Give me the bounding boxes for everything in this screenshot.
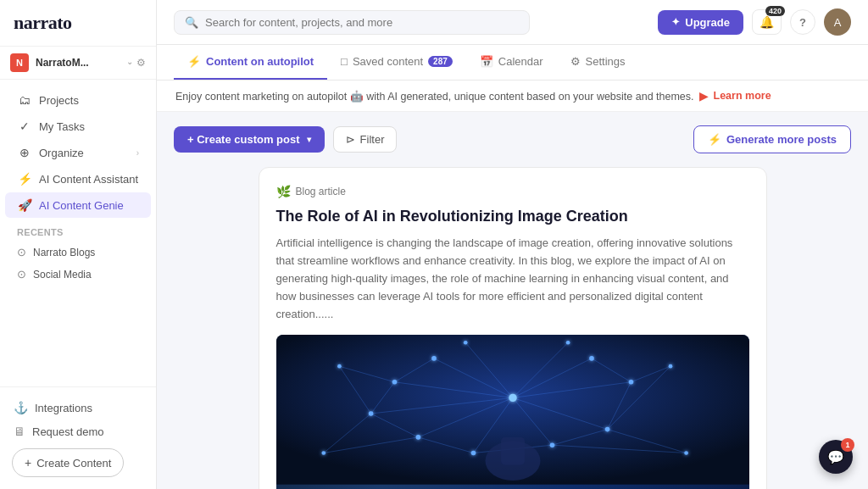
filter-button[interactable]: ⊳ Filter: [333, 126, 398, 153]
upgrade-star-icon: ✦: [671, 16, 680, 28]
article-type-label: Blog article: [296, 186, 346, 197]
create-custom-post-button[interactable]: + Create custom post ▾: [174, 126, 325, 153]
youtube-icon: ▶: [699, 89, 709, 103]
workspace-name: NarratoM...: [36, 57, 120, 69]
svg-point-32: [415, 435, 420, 440]
svg-point-28: [509, 394, 516, 402]
article-title: The Role of AI in Revolutionizing Image …: [276, 207, 749, 226]
recent-social-media[interactable]: ⊙ Social Media: [5, 264, 151, 285]
workspace-settings-icon[interactable]: ⚙: [136, 57, 146, 69]
user-avatar[interactable]: A: [824, 8, 851, 36]
filter-label: Filter: [360, 133, 385, 146]
sidebar-item-ai-genie-label: AI Content Genie: [39, 199, 124, 212]
saved-tab-badge: 287: [428, 56, 453, 67]
tab-settings-label: Settings: [586, 55, 626, 68]
integrations-label: Integrations: [35, 402, 92, 414]
svg-point-35: [604, 427, 609, 432]
chat-bubble[interactable]: 💬 1: [819, 440, 853, 474]
network-visualization: [276, 335, 749, 485]
saved-tab-icon: □: [341, 55, 348, 68]
avatar-initials: A: [834, 16, 842, 29]
search-bar[interactable]: 🔍: [174, 10, 530, 35]
main-content: 🔍 ✦ Upgrade 🔔 420 ? A ⚡ Content: [157, 0, 868, 489]
recents-label: Recents: [0, 224, 156, 241]
request-demo-icon: 🖥: [14, 425, 25, 438]
sidebar-item-ai-assistant[interactable]: ⚡ AI Content Assistant: [5, 166, 151, 192]
create-content-plus-icon: +: [25, 456, 31, 470]
upgrade-button[interactable]: ✦ Upgrade: [658, 10, 743, 35]
content-panel: + Create custom post ▾ ⊳ Filter ⚡ Genera…: [157, 112, 868, 489]
svg-point-31: [368, 412, 373, 417]
app-logo: narrato: [14, 12, 72, 33]
create-custom-label: + Create custom post: [187, 133, 300, 146]
recents-section: Recents ⊙ Narrato Blogs ⊙ Social Media: [0, 219, 156, 291]
tab-calendar[interactable]: 📅 Calendar: [466, 45, 557, 80]
svg-point-29: [431, 356, 437, 361]
sidebar-item-ai-genie[interactable]: 🚀 AI Content Genie: [5, 192, 151, 218]
tab-settings[interactable]: ⚙ Settings: [557, 45, 639, 80]
narrato-blogs-icon: ⊙: [17, 246, 26, 258]
upgrade-label: Upgrade: [685, 16, 730, 29]
ai-assistant-icon: ⚡: [17, 172, 32, 186]
request-demo-item[interactable]: 🖥 Request demo: [5, 420, 151, 443]
request-demo-label: Request demo: [32, 425, 104, 438]
generate-more-zap-icon: ⚡: [708, 133, 721, 146]
generate-more-posts-button[interactable]: ⚡ Generate more posts: [693, 125, 851, 153]
sidebar-nav: 🗂 Projects ✓ My Tasks ⊕ Organize › ⚡ AI …: [0, 80, 156, 386]
help-button[interactable]: ?: [790, 9, 815, 35]
tab-saved[interactable]: □ Saved content 287: [327, 45, 466, 80]
tasks-icon: ✓: [17, 119, 32, 133]
search-input[interactable]: [205, 16, 519, 29]
svg-point-42: [321, 452, 326, 456]
workspace-row[interactable]: N NarratoM... ⌄ ⚙: [0, 47, 156, 80]
social-media-icon: ⊙: [17, 268, 26, 281]
sidebar-item-my-tasks[interactable]: ✓ My Tasks: [5, 114, 151, 139]
topbar: 🔍 ✦ Upgrade 🔔 420 ? A: [157, 0, 868, 45]
recent-narrato-blogs[interactable]: ⊙ Narrato Blogs: [5, 242, 151, 263]
article-card: 🌿 Blog article The Role of AI in Revolut…: [259, 167, 767, 489]
create-content-button[interactable]: + Create Content: [12, 448, 124, 477]
notification-button[interactable]: 🔔 420: [752, 9, 782, 35]
notification-icon: 🔔: [760, 15, 774, 29]
workspace-chevron-icon[interactable]: ⌄: [126, 57, 133, 69]
sidebar-item-tasks-label: My Tasks: [39, 120, 85, 133]
recent-social-media-label: Social Media: [33, 269, 92, 281]
article-image: [276, 335, 749, 489]
integrations-icon: ⚓: [14, 401, 28, 414]
topbar-right: ✦ Upgrade 🔔 420 ? A: [658, 8, 851, 36]
content-area: ⚡ Content on autopilot □ Saved content 2…: [157, 45, 868, 489]
sidebar-item-organize[interactable]: ⊕ Organize ›: [5, 140, 151, 165]
generate-more-label: Generate more posts: [726, 133, 837, 146]
learn-more-link[interactable]: Learn more: [714, 90, 771, 102]
sidebar-item-projects[interactable]: 🗂 Projects: [5, 87, 151, 113]
workspace-actions: ⌄ ⚙: [126, 57, 146, 69]
svg-point-36: [628, 380, 633, 385]
toolbar: + Create custom post ▾ ⊳ Filter ⚡ Genera…: [174, 125, 851, 153]
ai-genie-icon: 🚀: [17, 198, 32, 212]
calendar-tab-icon: 📅: [480, 55, 493, 68]
article-type: 🌿 Blog article: [276, 185, 749, 198]
banner-text: Enjoy content marketing on autopilot 🤖 w…: [175, 90, 694, 103]
create-content-label: Create Content: [36, 457, 111, 470]
chat-icon: 💬: [827, 449, 844, 465]
autopilot-banner: Enjoy content marketing on autopilot 🤖 w…: [157, 81, 868, 112]
chat-badge: 1: [841, 438, 854, 452]
sidebar-item-organize-label: Organize: [39, 147, 84, 159]
tabs-bar: ⚡ Content on autopilot □ Saved content 2…: [157, 45, 868, 81]
svg-point-43: [684, 452, 688, 456]
help-icon: ?: [799, 16, 806, 29]
search-icon: 🔍: [185, 16, 198, 29]
sidebar-item-projects-label: Projects: [39, 94, 79, 107]
logo-area: narrato: [0, 0, 156, 47]
settings-tab-icon: ⚙: [570, 55, 581, 68]
blog-type-icon: 🌿: [276, 185, 291, 198]
tab-autopilot[interactable]: ⚡ Content on autopilot: [174, 45, 327, 80]
svg-point-40: [337, 364, 342, 369]
organize-arrow-icon: ›: [136, 148, 139, 158]
integrations-item[interactable]: ⚓ Integrations: [5, 396, 151, 420]
svg-point-41: [668, 364, 672, 369]
notification-badge: 420: [765, 6, 785, 16]
sidebar-bottom: ⚓ Integrations 🖥 Request demo + Create C…: [0, 386, 156, 489]
svg-point-33: [470, 451, 476, 456]
create-chevron-icon: ▾: [307, 135, 311, 144]
